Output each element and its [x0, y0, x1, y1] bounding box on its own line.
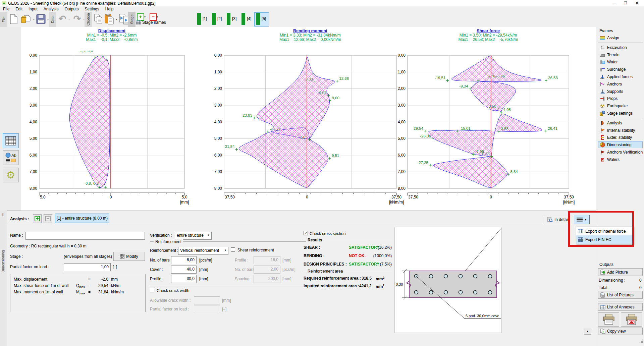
sidebar-item-excavation[interactable]: Excavation	[598, 44, 643, 51]
cover-input[interactable]: 40,0	[171, 266, 197, 274]
menu-outputs[interactable]: Outputs	[61, 6, 82, 12]
stage-button-5[interactable]: [5]	[262, 16, 266, 21]
check-cross-section-checkbox[interactable]: ✓	[304, 231, 308, 235]
sidebar-item-exter-stability[interactable]: Exter. stability	[598, 134, 643, 141]
list-of-pictures-button[interactable]: List of Pictures	[598, 291, 643, 299]
copy-view-button[interactable]: Copy view	[598, 328, 643, 335]
open-file-button[interactable]	[21, 13, 32, 25]
reinforcement-select[interactable]: Vertical reinforcement▼	[178, 247, 228, 255]
paste-dropdown-caret[interactable]: ▾	[116, 18, 117, 21]
stage-button-1[interactable]: [1]	[203, 16, 207, 21]
redo-button[interactable]: ↷	[72, 13, 83, 25]
table-view-button[interactable]	[3, 133, 19, 148]
menu-settings[interactable]: Settings	[82, 6, 102, 12]
partial-factor2-input[interactable]	[194, 305, 220, 313]
stage-button-2[interactable]: [2]	[217, 16, 222, 21]
menu-edit[interactable]: Edit	[12, 6, 25, 12]
shear-reinforcement-label: Shear reinforcement	[237, 248, 274, 252]
name-input[interactable]	[25, 232, 145, 240]
spacing-input[interactable]: 200,0	[254, 275, 280, 283]
shear-bars-input[interactable]: 2,00	[254, 266, 280, 274]
sidebar-item-anchors-verification[interactable]: Anchors Verification	[598, 149, 643, 156]
add-stage-caret[interactable]: ▾	[144, 15, 146, 18]
print-picture-button[interactable]	[621, 312, 642, 327]
bars-unit: [pcs/m]	[199, 258, 212, 263]
resize-grip[interactable]	[639, 339, 643, 343]
print-document-button[interactable]	[598, 312, 619, 327]
menu-file[interactable]: File	[0, 6, 12, 12]
menu-input[interactable]: Input	[25, 6, 41, 12]
sidebar-item-stage-settings[interactable]: 12Stage settings	[598, 110, 643, 117]
right-panel: Frames – AssignExcavationTerrainWaterSur…	[597, 27, 644, 346]
menu-help[interactable]: Help	[102, 6, 117, 12]
undo-dropdown-caret[interactable]: ▾	[68, 18, 70, 21]
sidebar-item-assign[interactable]: Assign	[598, 35, 643, 41]
svg-text:4,00: 4,00	[398, 120, 406, 124]
geo5-window: GEO5 2026 - Sheeting Check (64 bit) [Fin…	[0, 0, 644, 346]
modify-button[interactable]: Modify	[113, 252, 145, 261]
save-button[interactable]	[36, 13, 46, 25]
sidebar-item-dimensioning[interactable]: Dimensioning	[598, 141, 643, 148]
sidebar-item-walers[interactable]: Walers	[598, 156, 643, 163]
sidebar-item-label: Water	[607, 60, 618, 64]
add-analysis-button[interactable]	[33, 214, 42, 223]
wall-thickness-dim: 0,30	[396, 282, 403, 286]
panel-handle[interactable]: I	[2, 213, 3, 217]
copy-button[interactable]	[93, 13, 103, 25]
paste-button[interactable]	[104, 13, 115, 25]
menu-analysis[interactable]: Analysis	[41, 6, 62, 12]
shear-profile-input[interactable]: 16,0	[254, 256, 280, 264]
sidebar-item-label: Stage settings	[607, 111, 633, 116]
chart-annotation: -1,1,-0,6	[78, 51, 93, 53]
sidebar-item-water[interactable]: Water	[598, 59, 643, 65]
sidebar-item-internal-stability[interactable]: Internal stability	[598, 127, 643, 134]
max-values-box: Max. displacement=-2,6mmMax. shear force…	[10, 274, 146, 312]
close-button[interactable]: ✕	[631, 0, 643, 6]
open-dropdown-caret[interactable]: ▾	[33, 18, 35, 21]
sidebar-item-terrain[interactable]: Terrain	[598, 52, 643, 58]
profile-input[interactable]: 30,0	[171, 275, 197, 283]
new-file-button[interactable]	[9, 13, 19, 25]
internal-stability-icon	[600, 128, 605, 133]
settings-gear-button[interactable]: ⚙	[3, 168, 19, 182]
allowable-crack-input[interactable]	[194, 296, 220, 304]
sidebar-item-earthquake[interactable]: Earthquake	[598, 103, 643, 109]
chart-annotation: -19,51	[435, 76, 446, 80]
sidebar-item-applied-forces[interactable]: Applied forces	[598, 73, 643, 80]
list-of-annexes-button[interactable]: List of Annexes	[598, 303, 643, 311]
add-stage-button[interactable]: +	[137, 13, 144, 21]
maximize-button[interactable]: ❐	[620, 0, 631, 6]
stage-names-button[interactable]: Stage names	[136, 20, 166, 25]
max-value-row: Max. displacement=-2,6mm	[14, 277, 145, 283]
partial-factor-input[interactable]: 1,00	[64, 263, 111, 271]
sidebar-item-analysis[interactable]: Analysis	[598, 120, 643, 126]
outputs-collapse-button[interactable]: –	[599, 262, 604, 267]
drawing-settings-button[interactable]: Ab	[3, 150, 19, 165]
sidebar-item-surcharge[interactable]: Surcharge	[598, 66, 643, 73]
undo-button[interactable]: ↶	[57, 13, 68, 25]
save-dropdown-caret[interactable]: ▾	[47, 18, 49, 21]
list-of-annexes-label: List of Annexes	[607, 305, 634, 309]
frames-collapse-button[interactable]: –	[599, 28, 604, 33]
remove-analysis-button[interactable]	[44, 214, 52, 223]
result-label: BENDING :	[304, 253, 325, 258]
remove-stage-button[interactable]: −	[150, 13, 157, 21]
check-crack-width-checkbox[interactable]	[150, 288, 154, 292]
sidebar-item-label: Anchors	[607, 82, 622, 86]
sidebar-item-props[interactable]: Props	[598, 95, 643, 102]
scroll-down-button[interactable]: ▼	[584, 328, 591, 335]
copy-view-label: Copy view	[607, 329, 626, 334]
remove-stage-caret[interactable]: ▾	[157, 15, 158, 18]
svg-text:6,00: 6,00	[30, 153, 38, 158]
stage-button-3[interactable]: [3]	[232, 16, 236, 21]
verification-select[interactable]: entire structure▼	[175, 232, 212, 240]
analysis-tab[interactable]: [1] - entire structure (8,00 m)	[55, 214, 109, 223]
shear-reinforcement-checkbox[interactable]	[231, 247, 235, 252]
result-percent: (7,5%)	[380, 262, 392, 267]
sidebar-item-supports[interactable]: Supports	[598, 88, 643, 95]
minimize-button[interactable]: ─	[608, 0, 620, 6]
bars-input[interactable]: 6,00	[171, 256, 197, 264]
add-picture-button[interactable]: Add Picture	[598, 268, 643, 276]
sidebar-item-anchors[interactable]: Anchors	[598, 81, 643, 88]
stage-button-4[interactable]: [4]	[247, 16, 251, 21]
